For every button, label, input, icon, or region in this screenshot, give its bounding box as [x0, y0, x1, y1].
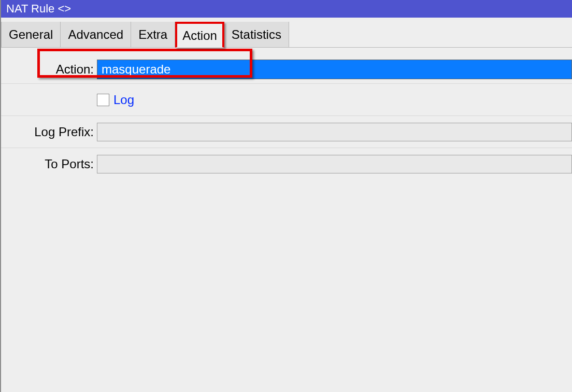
row-log: Log [1, 84, 572, 116]
action-form: Action: masquerade Log Log Prefix: [1, 48, 572, 180]
window-title: NAT Rule <> [6, 2, 71, 16]
label-to-ports: To Ports: [1, 157, 97, 171]
log-prefix-input[interactable] [97, 123, 572, 141]
row-to-ports: To Ports: [1, 148, 572, 180]
tab-general[interactable]: General [1, 22, 61, 48]
window-content: General Advanced Extra Action Statistics… [1, 18, 572, 392]
row-action: Action: masquerade [1, 55, 572, 84]
tab-advanced[interactable]: Advanced [61, 22, 131, 48]
label-log[interactable]: Log [113, 93, 134, 107]
window-titlebar: NAT Rule <> [1, 0, 572, 18]
log-checkbox[interactable] [97, 94, 109, 106]
tab-extra[interactable]: Extra [131, 22, 175, 48]
label-log-prefix: Log Prefix: [1, 125, 97, 139]
tab-action[interactable]: Action [175, 22, 224, 48]
to-ports-input[interactable] [97, 155, 572, 173]
nat-rule-window: NAT Rule <> General Advanced Extra Actio… [0, 0, 572, 392]
action-select[interactable]: masquerade [97, 60, 572, 79]
tab-statistics[interactable]: Statistics [224, 22, 289, 48]
tab-bar: General Advanced Extra Action Statistics [1, 18, 572, 48]
row-log-prefix: Log Prefix: [1, 116, 572, 148]
label-action: Action: [1, 62, 97, 77]
